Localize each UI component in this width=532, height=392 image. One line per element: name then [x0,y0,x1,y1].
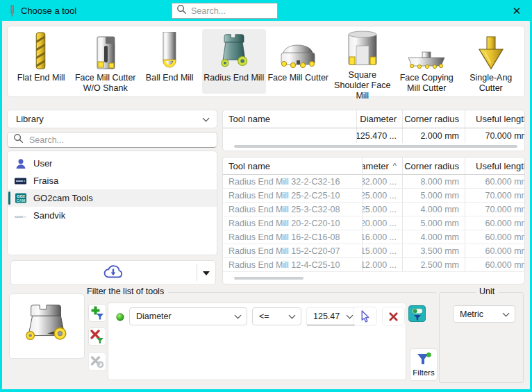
tool-type-radius-end-mill[interactable]: Radius End Mill [202,29,267,94]
tool-type-face-mill-wo-shank[interactable]: Face Mill Cutter W/O Shank [74,29,138,94]
cell-tool-name: Radius End Mill 25-3-C32-08 [223,203,362,216]
face-copying-mill-cutter-icon [404,31,449,71]
library-item-user[interactable]: User [8,155,217,172]
tool-type-ball-end-mill[interactable]: Ball End Mill [138,29,202,94]
sort-asc-icon: ^ [393,162,397,170]
search-icon [13,133,24,146]
tool-type-flat-end-mill[interactable]: Flat End Mill [9,29,74,94]
cell-corner-radius: 4.000 mm [402,203,465,216]
cell-tool-name: Radius End Mill 32-2-C32-16 [223,175,362,188]
library-item-sandvik[interactable]: SANDVIK Sandvik [8,207,217,224]
unit-dropdown[interactable]: Metric [453,305,515,323]
filter-value-input[interactable] [313,312,345,321]
tool-type-single-angle-cutter[interactable]: Single-Ang Cutter [459,29,524,94]
svg-text:CAM: CAM [16,198,25,203]
chevron-down-icon [503,309,510,316]
tool-type-square-shoulder-face-mill[interactable]: Square Shoulder Face Mill [331,29,395,94]
tool-type-face-copying-mill-cutter[interactable]: Face Copying Mill Cutter [394,29,459,94]
search-icon [176,4,187,17]
library-dropdown[interactable]: Library [7,110,217,128]
table-row[interactable]: Radius End Mill 12-4-C25-10 12.000 ... 2… [223,258,524,272]
chevron-down-icon [203,114,210,121]
filter-rows-panel: Diameter <= [108,302,406,380]
filters-button[interactable]: Filters [410,348,438,381]
tool-type-label: Ball End Mill [146,73,194,83]
toggle-filter-icon [411,307,424,321]
table-row[interactable]: Radius End Mill 20-2-C20-10 20.000 ... 5… [223,216,524,230]
titlebar-search[interactable] [172,3,278,19]
window-title: Choose a tool [21,6,76,16]
table-row[interactable]: 125.470 ... 2.000 mm 70.000 mm [223,128,524,143]
single-angle-cutter-icon [476,31,506,71]
cell-diameter: 125.470 ... [356,128,402,143]
col-diameter-sorted[interactable]: Diameter ^ [362,157,402,174]
table-row[interactable]: Radius End Mill 32-2-C32-16 32.000 ... 8… [223,175,524,189]
title-bar: Choose a tool ✕ [0,0,532,21]
delete-filter-button[interactable] [382,307,405,326]
filter-field-value: Diameter [136,312,172,321]
table-row[interactable]: Radius End Mill 25-3-C32-08 25.000 ... 4… [223,203,524,216]
col-corner-radius[interactable]: Corner radius [402,157,465,174]
remove-filter-icon [90,330,104,343]
tool-type-label: Flat End Mill [17,73,65,83]
library-search-input[interactable] [29,135,211,145]
chevron-down-icon [289,312,296,319]
cell-useful-length: 60.000 mm [465,230,525,244]
cell-diameter: 25.000 ... [362,189,402,202]
tool-type-label: Square Shoulder Face Mill [331,70,394,101]
horizontal-scrollbar[interactable] [234,145,517,148]
library-item-label: User [33,158,52,169]
close-icon[interactable]: ✕ [510,4,524,18]
col-tool-name[interactable]: Tool name [223,110,356,128]
cell-corner-radius: 2.000 mm [402,128,465,143]
cursor-icon [359,310,371,323]
ball-end-mill-icon [156,31,183,71]
chevron-down-icon [235,312,242,319]
col-tool-name[interactable]: Tool name [223,157,362,174]
dropdown-caret-icon[interactable] [203,271,210,275]
add-filter-icon [90,306,104,320]
tool-type-face-mill-cutter[interactable]: Face Mill Cutter [266,29,331,94]
remove-filter-button[interactable] [88,327,106,346]
col-useful-length[interactable]: Useful length [465,157,525,174]
col-corner-radius[interactable]: Corner radius [402,110,465,128]
cell-diameter: 12.000 ... [362,258,402,271]
clear-filters-button-disabled [88,352,106,370]
filter-operator-dropdown[interactable]: <= [252,307,301,325]
cell-useful-length: 60.000 mm [465,175,525,188]
library-item-fraisa[interactable]: Fraisa [8,172,217,189]
cell-corner-radius: 5.000 mm [402,216,465,230]
dialog-content: Flat End Mill Face Mill Cutter W/O Shank [2,21,530,389]
horizontal-scrollbar[interactable] [234,277,304,280]
cell-tool-name: Radius End Mill 16-2-C16-08 [223,230,362,244]
download-library-button[interactable] [10,260,216,285]
table-header: Tool name Diameter Corner radius Useful … [223,110,524,128]
col-diameter[interactable]: Diameter [356,110,402,128]
tool-type-label: Face Copying Mill Cutter [394,73,458,94]
library-item-label: GO2cam Tools [33,193,93,203]
flat-end-mill-icon [27,31,55,71]
pick-value-button[interactable] [353,307,377,326]
add-filter-button[interactable] [88,304,106,322]
cell-useful-length: 70.000 mm [465,128,525,143]
svg-text:VIK: VIK [22,214,26,218]
table-header: Tool name Diameter ^ Corner radius Usefu… [223,157,524,175]
table-row[interactable]: Radius End Mill 25-2-C25-10 25.000 ... 5… [223,189,524,203]
filter-value-combobox[interactable] [306,307,359,325]
cell-diameter: 15.000 ... [362,244,402,257]
titlebar-search-input[interactable] [191,6,267,16]
tool-type-label: Face Mill Cutter [267,73,329,83]
filter-active-led-icon [116,312,124,324]
split-divider [197,264,197,281]
library-search[interactable] [7,132,217,148]
go2cam-logo-icon: GO2CAM [15,193,26,203]
filter-field-dropdown[interactable]: Diameter [129,307,247,325]
cell-corner-radius: 5.000 mm [402,189,465,202]
cell-tool-name: Radius End Mill 15-2-C20-07 [223,244,362,257]
table-row[interactable]: Radius End Mill 16-2-C16-08 16.000 ... 4… [223,230,524,244]
table-row[interactable]: Radius End Mill 15-2-C20-07 15.000 ... 3… [223,244,524,258]
face-mill-wo-shank-icon [92,31,119,71]
library-item-go2cam-tools[interactable]: GO2CAM GO2cam Tools [8,189,217,207]
toggle-filter-button[interactable] [408,305,426,322]
col-useful-length[interactable]: Useful length [465,110,525,128]
